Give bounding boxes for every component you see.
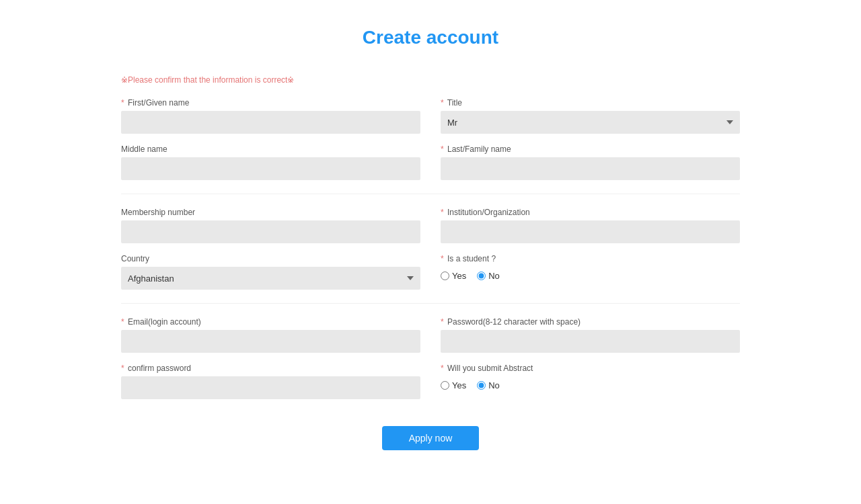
email-input[interactable] — [121, 330, 420, 353]
membership-label: Membership number — [121, 208, 420, 217]
required-marker: * — [441, 364, 444, 373]
is-student-no-label[interactable]: No — [477, 271, 500, 281]
submit-abstract-no-label[interactable]: No — [477, 380, 500, 390]
page-title: Create account — [121, 27, 740, 48]
middle-name-label: Middle name — [121, 144, 420, 154]
required-marker: * — [441, 144, 444, 154]
form-group-institution: * Institution/Organization — [441, 208, 740, 243]
membership-input[interactable] — [121, 220, 420, 243]
submit-abstract-no-radio[interactable] — [477, 381, 486, 390]
validation-message: ※Please confirm that the information is … — [121, 75, 740, 85]
required-marker: * — [441, 254, 444, 263]
form-row-5: * Email(login account) * Password(8-12 c… — [121, 317, 740, 353]
form-row-4: Country Afghanistan Albania Algeria Ando… — [121, 254, 740, 290]
form-row-2: Middle name * Last/Family name — [121, 144, 740, 180]
last-name-input[interactable] — [441, 157, 740, 180]
form-group-is-student: * Is a student ? Yes No — [441, 254, 740, 290]
required-marker: * — [441, 98, 444, 108]
form-row-6: * confirm password * Will you submit Abs… — [121, 364, 740, 399]
submit-abstract-yes-label[interactable]: Yes — [441, 380, 466, 390]
form-group-last-name: * Last/Family name — [441, 144, 740, 180]
is-student-no-radio[interactable] — [477, 271, 486, 280]
password-input[interactable] — [441, 330, 740, 353]
title-label: * Title — [441, 98, 740, 108]
submit-abstract-radio-group: Yes No — [441, 380, 740, 390]
page-container: Create account ※Please confirm that the … — [108, 0, 753, 491]
country-select[interactable]: Afghanistan Albania Algeria Andorra Ango… — [121, 267, 420, 290]
form-group-country: Country Afghanistan Albania Algeria Ando… — [121, 254, 420, 290]
password-label: * Password(8-12 character with space) — [441, 317, 740, 327]
required-marker: * — [441, 208, 444, 217]
first-name-input[interactable] — [121, 111, 420, 134]
form-row-3: Membership number * Institution/Organiza… — [121, 208, 740, 243]
is-student-yes-label[interactable]: Yes — [441, 271, 466, 281]
first-name-label: * First/Given name — [121, 98, 420, 108]
required-marker: * — [121, 364, 124, 373]
form-group-email: * Email(login account) — [121, 317, 420, 353]
apply-now-button[interactable]: Apply now — [382, 426, 480, 450]
form-group-title: * Title Mr Mrs Ms Dr Prof — [441, 98, 740, 134]
is-student-radio-group: Yes No — [441, 271, 740, 281]
is-student-yes-radio[interactable] — [441, 271, 449, 280]
required-marker: * — [441, 317, 444, 327]
required-marker: * — [121, 317, 124, 327]
email-label: * Email(login account) — [121, 317, 420, 327]
institution-label: * Institution/Organization — [441, 208, 740, 217]
form-row-1: * First/Given name * Title Mr Mrs Ms Dr … — [121, 98, 740, 134]
form-group-middle-name: Middle name — [121, 144, 420, 180]
form-group-first-name: * First/Given name — [121, 98, 420, 134]
country-label: Country — [121, 254, 420, 263]
submit-abstract-label: * Will you submit Abstract — [441, 364, 740, 373]
required-marker: * — [121, 98, 124, 108]
button-row: Apply now — [121, 426, 740, 450]
form-group-confirm-password: * confirm password — [121, 364, 420, 399]
form-group-membership: Membership number — [121, 208, 420, 243]
institution-input[interactable] — [441, 220, 740, 243]
form-group-password: * Password(8-12 character with space) — [441, 317, 740, 353]
form-group-submit-abstract: * Will you submit Abstract Yes No — [441, 364, 740, 399]
middle-name-input[interactable] — [121, 157, 420, 180]
title-select[interactable]: Mr Mrs Ms Dr Prof — [441, 111, 740, 134]
submit-abstract-yes-radio[interactable] — [441, 381, 449, 390]
last-name-label: * Last/Family name — [441, 144, 740, 154]
divider-2 — [121, 303, 740, 304]
confirm-password-input[interactable] — [121, 376, 420, 399]
confirm-password-label: * confirm password — [121, 364, 420, 373]
is-student-label: * Is a student ? — [441, 254, 740, 263]
divider-1 — [121, 194, 740, 194]
